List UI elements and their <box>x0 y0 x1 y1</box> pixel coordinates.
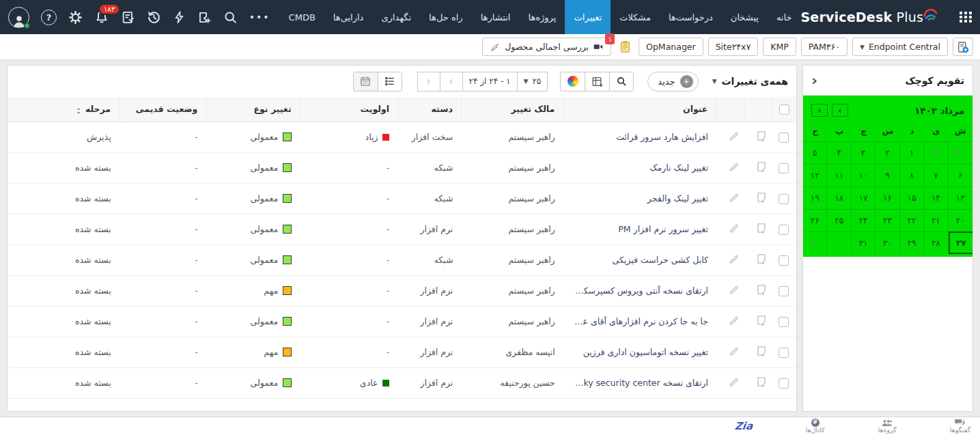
new-change-button[interactable]: + جدید <box>647 72 698 92</box>
nav-tab-راه حل‌ها[interactable]: راه حل‌ها <box>420 0 472 34</box>
app-button-Endpoint Central[interactable]: ▼Endpoint Central <box>852 38 948 56</box>
calendar-day[interactable]: ۲۴ <box>852 209 876 231</box>
view-filter-dropdown[interactable]: همه‌ی تغییرات ▼ <box>712 76 788 87</box>
table-row[interactable]: تغییر نسخه اتوماسیون اداری فرزینانیسه مظ… <box>8 337 796 367</box>
new-document-add-icon[interactable] <box>953 38 973 56</box>
table-row[interactable]: ارتقای نسخه ersky security center...حسین… <box>8 367 796 398</box>
edit-pencil-icon[interactable] <box>728 223 740 234</box>
change-title-link[interactable]: افزایش هارد سرور قرائت <box>616 132 708 142</box>
search-icon[interactable] <box>223 10 238 25</box>
calendar-day[interactable]: ۳ <box>852 141 876 164</box>
calendar-day[interactable]: ۸ <box>900 164 924 186</box>
app-button-PAM۳۶۰[interactable]: PAM۳۶۰ <box>801 38 848 56</box>
column-chooser-icon[interactable] <box>585 72 609 92</box>
table-row[interactable]: ارتقای نسخه آنتی ویروس کسپرسکی بـ...راهب… <box>8 275 796 306</box>
calendar-day[interactable]: ۱۹ <box>803 186 827 209</box>
nav-tab-پروژه‌ها[interactable]: پروژه‌ها <box>519 0 565 34</box>
calendar-day[interactable]: ۲ <box>803 231 827 254</box>
calendar-day[interactable]: ۲۵ <box>827 209 851 231</box>
tasks-clipboard-icon[interactable] <box>121 10 135 25</box>
footer-item-گروه‌ها[interactable]: گروه‌ها <box>878 418 897 434</box>
change-title-link[interactable]: تغییر لینک نارمک <box>649 163 708 173</box>
search-in-list-icon[interactable] <box>609 72 634 92</box>
row-checkbox[interactable] <box>779 317 789 327</box>
calendar-view-button[interactable] <box>353 72 378 92</box>
nav-tab-CMDB[interactable]: CMDB <box>280 0 324 34</box>
add-task-icon[interactable] <box>755 160 768 173</box>
row-checkbox[interactable] <box>779 286 789 296</box>
nav-tab-مشکلات[interactable]: مشکلات <box>611 0 660 34</box>
calendar-prev-button[interactable]: ‹ <box>811 104 828 117</box>
calendar-day[interactable]: ۳۱ <box>924 141 948 164</box>
calendar-day[interactable]: ۱۱ <box>827 164 851 186</box>
calendar-day[interactable]: ۱۳ <box>949 186 972 209</box>
product-tour-button[interactable]: بررسی اجمالی محصول ۱ <box>482 38 611 56</box>
footer-item-کانال‌ها[interactable]: #کانال‌ها <box>806 418 825 434</box>
history-icon[interactable] <box>147 10 161 25</box>
calendar-day[interactable]: ۲۲ <box>900 209 924 231</box>
brand-logo[interactable]: ServiceDesk Plus <box>800 10 938 25</box>
nav-tab-دارایی‌ها[interactable]: دارایی‌ها <box>324 0 373 34</box>
calendar-day[interactable]: ۱ <box>827 231 851 254</box>
row-checkbox[interactable] <box>779 163 789 173</box>
edit-pencil-icon[interactable] <box>728 346 740 357</box>
calendar-day[interactable]: ۱ <box>900 141 924 164</box>
release-notes-icon[interactable] <box>616 40 634 53</box>
table-row[interactable]: افزایش هارد سرور قرائتراهبر سیستمسخت افز… <box>8 122 796 152</box>
calendar-day[interactable]: ۷ <box>924 164 948 186</box>
settings-gear-icon[interactable] <box>68 10 83 25</box>
column-header-old_status[interactable]: وضعیت قدیمی <box>120 97 206 122</box>
row-checkbox[interactable] <box>779 348 789 358</box>
calendar-day[interactable]: ۹ <box>876 164 899 186</box>
edit-pencil-icon[interactable] <box>728 161 740 173</box>
nav-tab-پیشخان[interactable]: پیشخان <box>722 0 768 34</box>
prev-page-button[interactable]: ‹ <box>417 72 440 92</box>
column-header-type[interactable]: تغییر نوع <box>206 97 300 122</box>
marketplace-addon-icon[interactable] <box>197 10 212 25</box>
column-header-stage[interactable]: مرحله⌄⌄ <box>8 97 120 122</box>
nav-tab-نگهداری[interactable]: نگهداری <box>372 0 420 34</box>
calendar-day[interactable]: ۴ <box>827 141 851 164</box>
calendar-day[interactable]: ۱۰ <box>852 164 876 186</box>
calendar-day[interactable]: ۱۷ <box>852 186 876 209</box>
calendar-day[interactable]: ۶ <box>949 164 972 186</box>
calendar-day[interactable]: ۱۸ <box>827 186 851 209</box>
footer-item-گفتگوها[interactable]: گفتگوها <box>950 418 970 434</box>
table-row[interactable]: تغییر لینک نارمکراهبر سیستمشبکه-معمولی-ب… <box>8 152 796 183</box>
calendar-day[interactable]: ۲۱ <box>924 209 948 231</box>
select-all-checkbox[interactable] <box>779 104 789 115</box>
zia-logo[interactable]: Zia <box>734 420 753 432</box>
list-view-button[interactable] <box>378 72 402 92</box>
help-icon[interactable]: ? <box>41 10 57 25</box>
change-title-link[interactable]: تغییر لینک والفجر <box>647 193 708 204</box>
calendar-next-button[interactable]: › <box>832 104 848 117</box>
notifications-bell-icon[interactable]: ۱۸۳ <box>94 10 109 25</box>
edit-pencil-icon[interactable] <box>728 130 740 142</box>
column-header-category[interactable]: دسته <box>397 97 461 122</box>
add-task-icon[interactable] <box>755 376 768 388</box>
change-title-link[interactable]: جا به جا کردن نرم افزارهای آقای عدالت... <box>563 316 708 326</box>
change-title-link[interactable]: کابل کشی حراست فیزیکی <box>612 255 708 265</box>
color-palette-icon[interactable] <box>560 72 585 92</box>
calendar-day[interactable]: ۱۲ <box>803 164 827 186</box>
nav-more-button[interactable]: ••• <box>240 12 280 23</box>
row-checkbox[interactable] <box>779 225 789 235</box>
edit-pencil-icon[interactable] <box>728 192 740 204</box>
calendar-day[interactable]: ۲ <box>876 141 899 164</box>
app-grid-icon[interactable] <box>959 12 972 23</box>
calendar-day[interactable]: ۱۶ <box>876 186 899 209</box>
change-title-link[interactable]: ارتقای نسخه آنتی ویروس کسپرسکی بـ... <box>563 285 708 296</box>
calendar-day[interactable]: ۲۳ <box>876 209 899 231</box>
table-row[interactable]: جا به جا کردن نرم افزارهای آقای عدالت...… <box>8 306 796 337</box>
change-title-link[interactable]: تغییر نسخه اتوماسیون اداری فرزین <box>583 347 708 357</box>
add-task-icon[interactable] <box>755 191 768 204</box>
column-header-title[interactable]: عنوان <box>563 97 716 122</box>
table-row[interactable]: تغییر سرور نرم افزار PMراهبر سیستمنرم اف… <box>8 214 796 244</box>
nav-tab-درخواست‌ها[interactable]: درخواست‌ها <box>660 0 722 34</box>
app-button-KMP[interactable]: KMP <box>763 38 796 56</box>
calendar-day[interactable]: ۳۰ <box>876 231 899 254</box>
table-row[interactable]: کابل کشی حراست فیزیکیراهبر سیستمشبکه-معم… <box>8 244 796 275</box>
row-checkbox[interactable] <box>779 194 789 204</box>
calendar-day[interactable]: ۲۷ <box>949 231 972 254</box>
change-title-link[interactable]: ارتقای نسخه ersky security center... <box>563 378 708 388</box>
